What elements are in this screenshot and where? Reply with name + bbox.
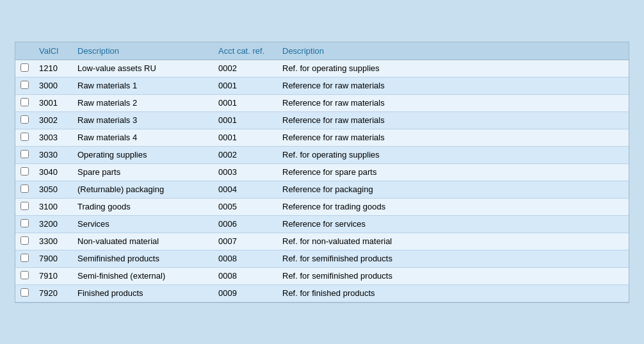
row-checkbox-cell: [15, 250, 34, 267]
row-description: Raw materials 1: [72, 77, 213, 94]
row-acct-cat-ref: 0008: [213, 267, 277, 284]
row-description2: Ref. for operating supplies: [277, 60, 629, 77]
row-checkbox[interactable]: [20, 184, 29, 193]
row-checkbox-cell: [15, 111, 34, 129]
row-description2: Reference for services: [277, 215, 629, 233]
table-row: 7900Semifinished products0008Ref. for se…: [15, 250, 629, 267]
row-checkbox[interactable]: [20, 202, 29, 210]
row-description: Operating supplies: [72, 146, 213, 163]
row-description2: Reference for trading goods: [277, 198, 629, 215]
row-checkbox-cell: [15, 198, 34, 215]
row-description: Low-value assets RU: [72, 60, 213, 77]
row-description2: Reference for raw materials: [277, 129, 629, 146]
row-checkbox[interactable]: [20, 81, 29, 89]
row-valcl: 3000: [34, 77, 72, 94]
row-description2: Reference for raw materials: [277, 77, 629, 94]
row-acct-cat-ref: 0003: [213, 163, 277, 181]
row-checkbox[interactable]: [20, 271, 29, 279]
row-checkbox-cell: [15, 94, 34, 111]
row-acct-cat-ref: 0008: [213, 250, 277, 267]
row-checkbox[interactable]: [20, 133, 29, 141]
row-acct-cat-ref: 0006: [213, 215, 277, 233]
table-row: 3040Spare parts0003Reference for spare p…: [15, 163, 629, 181]
row-acct-cat-ref: 0002: [213, 146, 277, 163]
row-checkbox[interactable]: [20, 219, 29, 227]
row-checkbox[interactable]: [20, 98, 29, 106]
row-checkbox[interactable]: [20, 236, 29, 245]
row-checkbox-cell: [15, 284, 34, 302]
row-description2: Reference for raw materials: [277, 94, 629, 111]
row-description2: Ref. for semifinished products: [277, 250, 629, 267]
row-checkbox[interactable]: [20, 254, 29, 262]
table-row: 7920Finished products0009Ref. for finish…: [15, 284, 629, 302]
row-valcl: 3003: [34, 129, 72, 146]
row-valcl: 3030: [34, 146, 72, 163]
row-description2: Reference for raw materials: [277, 111, 629, 129]
table-row: 7910Semi-finished (external)0008Ref. for…: [15, 267, 629, 284]
row-description2: Ref. for operating supplies: [277, 146, 629, 163]
main-table-container: ValCl Description Acct cat. ref. Descrip…: [15, 42, 629, 303]
row-valcl: 7920: [34, 284, 72, 302]
table-row: 3003Raw materials 40001Reference for raw…: [15, 129, 629, 146]
row-valcl: 3050: [34, 181, 72, 198]
row-valcl: 3001: [34, 94, 72, 111]
row-checkbox[interactable]: [20, 167, 29, 176]
row-description: Spare parts: [72, 163, 213, 181]
row-acct-cat-ref: 0004: [213, 181, 277, 198]
row-description2: Reference for packaging: [277, 181, 629, 198]
row-acct-cat-ref: 0001: [213, 94, 277, 111]
row-description: Non-valuated material: [72, 233, 213, 250]
header-valcl: ValCl: [34, 42, 72, 60]
row-description: Finished products: [72, 284, 213, 302]
table-row: 3300Non-valuated material0007Ref. for no…: [15, 233, 629, 250]
row-acct-cat-ref: 0007: [213, 233, 277, 250]
row-description2: Ref. for finished products: [277, 284, 629, 302]
row-checkbox-cell: [15, 181, 34, 198]
row-acct-cat-ref: 0001: [213, 129, 277, 146]
row-valcl: 3300: [34, 233, 72, 250]
table-row: 3050(Returnable) packaging0004Reference …: [15, 181, 629, 198]
table-row: 3200Services0006Reference for services: [15, 215, 629, 233]
row-description: Semi-finished (external): [72, 267, 213, 284]
row-checkbox[interactable]: [20, 115, 29, 124]
row-description: Raw materials 2: [72, 94, 213, 111]
table-row: 1210Low-value assets RU0002Ref. for oper…: [15, 60, 629, 77]
table-row: 3000Raw materials 10001Reference for raw…: [15, 77, 629, 94]
header-description2: Description: [277, 42, 629, 60]
row-checkbox-cell: [15, 215, 34, 233]
row-valcl: 3100: [34, 198, 72, 215]
row-checkbox-cell: [15, 129, 34, 146]
table-body: 1210Low-value assets RU0002Ref. for oper…: [15, 60, 629, 302]
table-row: 3001Raw materials 20001Reference for raw…: [15, 94, 629, 111]
row-description2: Ref. for semifinished products: [277, 267, 629, 284]
row-description: (Returnable) packaging: [72, 181, 213, 198]
row-valcl: 1210: [34, 60, 72, 77]
row-checkbox[interactable]: [20, 150, 29, 158]
row-valcl: 3002: [34, 111, 72, 129]
table-row: 3030Operating supplies0002Ref. for opera…: [15, 146, 629, 163]
header-description1: Description: [72, 42, 213, 60]
row-description2: Ref. for non-valuated material: [277, 233, 629, 250]
row-description: Services: [72, 215, 213, 233]
row-valcl: 7900: [34, 250, 72, 267]
table-row: 3100Trading goods0005Reference for tradi…: [15, 198, 629, 215]
row-acct-cat-ref: 0009: [213, 284, 277, 302]
row-valcl: 3200: [34, 215, 72, 233]
row-valcl: 7910: [34, 267, 72, 284]
row-acct-cat-ref: 0001: [213, 111, 277, 129]
row-description: Semifinished products: [72, 250, 213, 267]
row-checkbox[interactable]: [20, 63, 29, 72]
row-description2: Reference for spare parts: [277, 163, 629, 181]
table-header-row: ValCl Description Acct cat. ref. Descrip…: [15, 42, 629, 60]
row-acct-cat-ref: 0005: [213, 198, 277, 215]
row-checkbox[interactable]: [20, 288, 29, 297]
header-acct-cat-ref: Acct cat. ref.: [213, 42, 277, 60]
row-acct-cat-ref: 0001: [213, 77, 277, 94]
row-checkbox-cell: [15, 146, 34, 163]
row-checkbox-cell: [15, 77, 34, 94]
header-checkbox: [15, 42, 34, 60]
row-description: Raw materials 3: [72, 111, 213, 129]
row-checkbox-cell: [15, 267, 34, 284]
row-description: Raw materials 4: [72, 129, 213, 146]
valuation-class-table: ValCl Description Acct cat. ref. Descrip…: [15, 42, 629, 302]
